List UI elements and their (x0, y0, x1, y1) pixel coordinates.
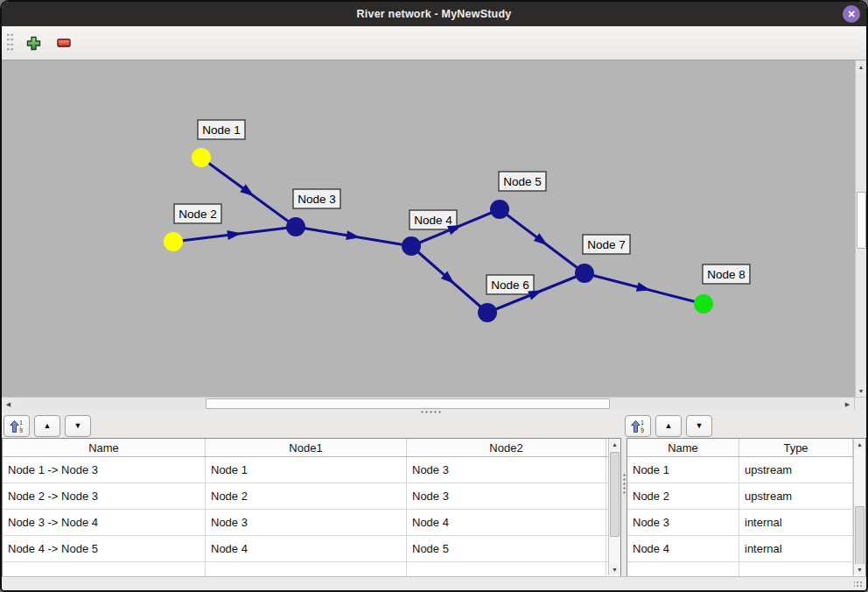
scroll-down-button[interactable]: ▼ (609, 564, 620, 575)
column-header-name[interactable]: Name (3, 439, 206, 456)
node-node-6[interactable] (478, 303, 497, 322)
vertical-scroll-thumb[interactable] (855, 506, 864, 566)
node-node-2[interactable] (164, 232, 183, 251)
table-cell[interactable]: Node 3 (206, 510, 407, 535)
node-label-text: Node 5 (503, 175, 542, 188)
node-label-node-3[interactable]: Node 3 (293, 189, 340, 208)
node-node-7[interactable] (575, 264, 594, 283)
table-cell[interactable]: Node 4 (206, 536, 407, 561)
network-svg[interactable]: Node 1Node 2Node 3Node 4Node 5Node 6Node… (2, 60, 855, 397)
svg-text:9: 9 (19, 427, 23, 433)
vertical-scroll-thumb[interactable] (610, 452, 620, 537)
node-label-node-8[interactable]: Node 8 (703, 264, 750, 284)
scroll-down-button[interactable]: ▼ (856, 384, 866, 397)
node-label-node-2[interactable]: Node 2 (174, 204, 221, 223)
node-node-8[interactable] (694, 294, 713, 314)
node-node-1[interactable] (192, 148, 211, 167)
scroll-down-button[interactable]: ▼ (854, 564, 865, 575)
move-node-down-button[interactable]: ▼ (686, 415, 712, 437)
table-cell[interactable]: Node 4 -> Node 5 (3, 536, 206, 561)
close-button[interactable]: ✕ (843, 5, 860, 23)
table-cell[interactable]: Node 4 (407, 510, 606, 535)
left-arrow-icon: ◀ (6, 401, 10, 407)
flow-arrow-icon (528, 290, 542, 300)
sort-1-9-icon: 1 9 (630, 419, 646, 433)
vertical-scroll-thumb[interactable] (857, 192, 866, 249)
table-row[interactable]: Node 2 -> Node 3Node 2Node 3 (3, 483, 620, 510)
splitter-dots-icon (623, 473, 626, 496)
column-header-node2[interactable]: Node2 (407, 439, 606, 456)
up-triangle-icon: ▲ (44, 422, 52, 430)
table-row[interactable]: Node 3 -> Node 4Node 3Node 4 (3, 510, 620, 536)
column-header-type[interactable]: Type (739, 439, 853, 456)
column-header-name[interactable]: Name (627, 439, 739, 456)
table-cell[interactable]: upstream (739, 483, 853, 509)
node-table: Name Type Node 1upstreamNode 2upstreamNo… (626, 438, 866, 576)
scroll-up-button[interactable]: ▲ (609, 439, 620, 450)
table-cell[interactable]: Node 4 (627, 536, 739, 561)
table-cell[interactable]: Node 5 (407, 536, 606, 561)
move-branch-down-button[interactable]: ▼ (65, 415, 91, 437)
table-row[interactable]: Node 4internal (627, 536, 865, 562)
node-node-3[interactable] (286, 217, 305, 236)
node-label-node-5[interactable]: Node 5 (499, 172, 546, 191)
table-cell[interactable]: Node 3 -> Node 4 (3, 510, 206, 535)
scroll-up-button[interactable]: ▲ (856, 60, 866, 73)
resize-grip-icon[interactable] (854, 580, 863, 588)
table-cell[interactable]: Node 1 -> Node 3 (3, 457, 206, 483)
node-label-text: Node 1 (202, 123, 241, 137)
titlebar[interactable]: River network - MyNewStudy ✕ (2, 2, 866, 26)
remove-button[interactable] (52, 32, 75, 54)
table-cell[interactable]: Node 1 (627, 457, 739, 483)
table-cell[interactable]: Node 3 (407, 457, 606, 483)
table-cell[interactable]: Node 1 (206, 457, 407, 483)
node-label-text: Node 3 (298, 193, 336, 206)
move-node-up-button[interactable]: ▲ (655, 415, 682, 437)
scroll-left-button[interactable]: ◀ (2, 398, 15, 410)
scrollbar-corner (854, 398, 866, 410)
sort-1-9-icon: 1 9 (9, 419, 24, 433)
scroll-up-button[interactable]: ▲ (854, 439, 865, 450)
svg-text:9: 9 (640, 427, 644, 433)
close-icon: ✕ (847, 10, 855, 19)
up-arrow-icon: ▲ (612, 441, 618, 448)
canvas-vertical-scrollbar[interactable]: ▲ ▼ (855, 60, 866, 397)
table-cell[interactable]: internal (739, 510, 853, 535)
node-table-scrollbar[interactable]: ▲ ▼ (853, 439, 865, 575)
table-cell[interactable]: Node 2 -> Node 3 (3, 483, 206, 509)
node-label-node-7[interactable]: Node 7 (583, 235, 630, 254)
node-node-5[interactable] (490, 200, 509, 219)
table-cell[interactable]: Node 2 (206, 483, 407, 509)
network-canvas-area: Node 1Node 2Node 3Node 4Node 5Node 6Node… (2, 60, 866, 397)
table-cell[interactable]: Node 3 (407, 483, 606, 509)
table-cell[interactable]: internal (739, 536, 853, 561)
scroll-right-button[interactable]: ▶ (841, 398, 854, 410)
up-arrow-icon: ▲ (857, 441, 863, 448)
svg-text:1: 1 (640, 419, 644, 426)
node-label-node-1[interactable]: Node 1 (198, 120, 245, 139)
horizontal-scroll-thumb[interactable] (206, 398, 610, 409)
table-row[interactable]: Node 2upstream (627, 483, 865, 510)
sort-branches-button[interactable]: 1 9 (4, 415, 30, 437)
column-header-node1[interactable]: Node1 (206, 439, 407, 456)
move-branch-up-button[interactable]: ▲ (34, 415, 60, 437)
table-row[interactable]: Node 1 -> Node 3Node 1Node 3 (3, 457, 620, 483)
node-label-node-6[interactable]: Node 6 (486, 275, 534, 294)
canvas-horizontal-scrollbar[interactable]: ◀ ▶ (2, 397, 866, 410)
branch-table-scrollbar[interactable]: ▲ ▼ (608, 439, 620, 575)
node-label-text: Node 6 (491, 278, 529, 292)
flow-arrow-icon (346, 230, 360, 240)
add-button[interactable] (22, 32, 45, 54)
node-node-4[interactable] (402, 236, 421, 256)
horizontal-splitter[interactable] (2, 410, 866, 413)
node-label-text: Node 4 (414, 214, 452, 227)
table-row[interactable]: Node 4 -> Node 5Node 4Node 5 (3, 536, 620, 562)
node-label-text: Node 8 (707, 268, 746, 281)
table-cell[interactable]: Node 3 (627, 510, 739, 535)
table-cell[interactable]: Node 2 (627, 483, 739, 509)
table-row[interactable]: Node 1upstream (627, 457, 865, 483)
sort-nodes-button[interactable]: 1 9 (625, 415, 651, 437)
table-row[interactable]: Node 3internal (627, 510, 865, 536)
toolbar-grip-handle[interactable] (6, 32, 14, 53)
table-cell[interactable]: upstream (739, 457, 853, 483)
